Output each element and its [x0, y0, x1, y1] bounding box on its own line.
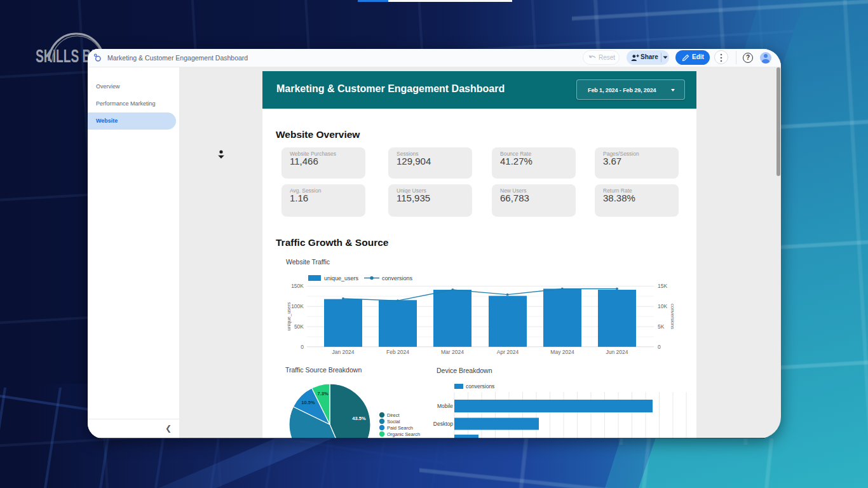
svg-text:May 2024: May 2024 [550, 349, 574, 355]
svg-text:15K: 15K [658, 283, 667, 289]
svg-text:Paid Search: Paid Search [387, 425, 413, 431]
svg-text:0: 0 [658, 344, 661, 350]
svg-text:7.3%: 7.3% [317, 391, 328, 396]
svg-text:Apr 2024: Apr 2024 [497, 349, 519, 355]
svg-text:100K: 100K [291, 303, 304, 309]
svg-text:unique_users: unique_users [324, 275, 359, 281]
svg-text:conversions: conversions [466, 383, 494, 390]
svg-text:43.5%: 43.5% [352, 416, 366, 421]
svg-text:Social: Social [387, 419, 400, 424]
svg-text:Jan 2024: Jan 2024 [332, 349, 355, 355]
svg-text:Feb 2024: Feb 2024 [386, 349, 409, 355]
svg-text:Direct: Direct [387, 412, 400, 418]
svg-text:conversions: conversions [670, 304, 675, 329]
svg-text:0: 0 [301, 344, 304, 350]
svg-text:10K: 10K [658, 303, 667, 309]
svg-text:Desktop: Desktop [433, 421, 453, 427]
svg-text:conversions: conversions [382, 275, 413, 281]
svg-text:50K: 50K [294, 323, 304, 330]
svg-text:unique_users: unique_users [286, 302, 292, 330]
svg-text:5K: 5K [658, 323, 665, 330]
svg-text:Mobile: Mobile [437, 403, 453, 409]
svg-text:Organic Search: Organic Search [387, 431, 420, 437]
svg-text:Jun 2024: Jun 2024 [606, 349, 628, 355]
svg-text:150K: 150K [291, 283, 304, 289]
svg-text:Mar 2024: Mar 2024 [441, 349, 464, 355]
svg-text:10.5%: 10.5% [301, 400, 315, 405]
